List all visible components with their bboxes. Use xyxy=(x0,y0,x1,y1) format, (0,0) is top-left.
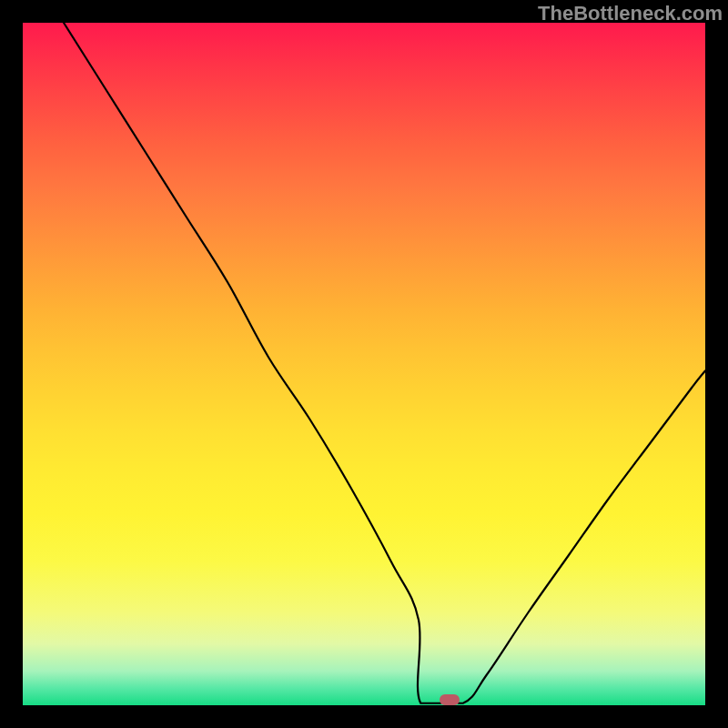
chart-frame: TheBottleneck.com xyxy=(0,0,728,728)
bottleneck-curve xyxy=(23,23,705,705)
optimum-marker xyxy=(440,694,460,705)
chart-plot-area xyxy=(23,23,705,705)
watermark-text: TheBottleneck.com xyxy=(538,2,723,25)
